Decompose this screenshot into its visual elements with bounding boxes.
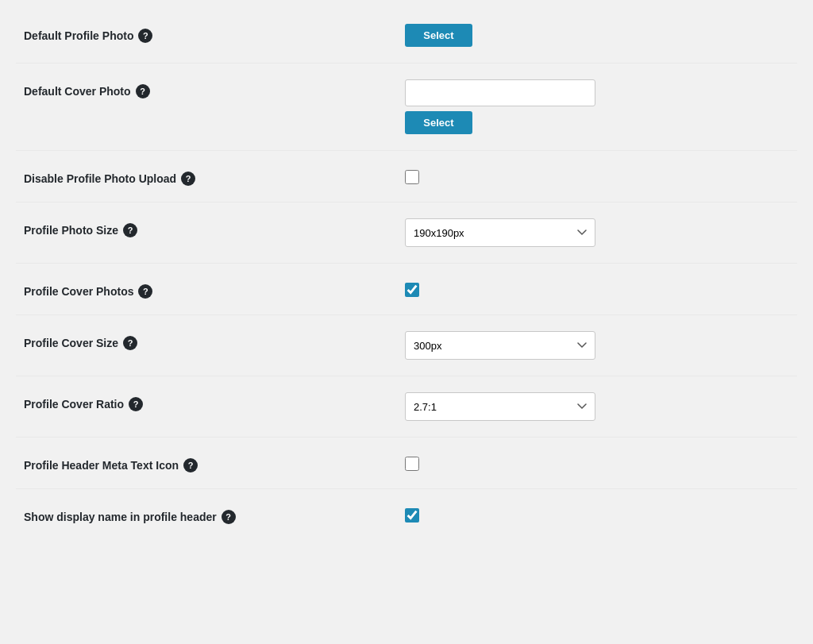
setting-control-profile-photo-size: 190x190px100x100px150x150px200x200px [405,218,789,247]
help-icon-show-display-name[interactable]: ? [222,510,236,524]
setting-label-disable-profile-photo-upload: Disable Profile Photo Upload? [24,167,405,186]
text-input-default-cover-photo[interactable] [405,79,595,106]
setting-label-default-profile-photo: Default Profile Photo? [24,24,405,43]
checkbox-disable-profile-photo-upload[interactable] [405,170,419,184]
checkbox-show-display-name[interactable] [405,508,419,523]
select-button-default-profile-photo[interactable]: Select [405,24,472,47]
settings-container: Default Profile Photo?SelectDefault Cove… [0,0,813,548]
setting-label-profile-header-meta-text-icon: Profile Header Meta Text Icon? [24,453,405,472]
setting-row-profile-photo-size: Profile Photo Size?190x190px100x100px150… [16,202,797,264]
select-profile-photo-size[interactable]: 190x190px100x100px150x150px200x200px [405,218,595,247]
setting-control-profile-header-meta-text-icon [405,453,789,471]
help-icon-default-cover-photo[interactable]: ? [136,84,150,98]
select-button-default-cover-photo[interactable]: Select [405,111,472,134]
label-text-default-profile-photo: Default Profile Photo [24,29,133,42]
setting-row-profile-cover-ratio: Profile Cover Ratio?2.7:11:116:94:33:2 [16,376,797,438]
setting-label-profile-photo-size: Profile Photo Size? [24,218,405,237]
help-icon-profile-photo-size[interactable]: ? [123,223,137,237]
setting-row-default-cover-photo: Default Cover Photo?Select [16,64,797,151]
setting-row-default-profile-photo: Default Profile Photo?Select [16,8,797,64]
help-icon-default-profile-photo[interactable]: ? [138,29,152,43]
setting-row-profile-header-meta-text-icon: Profile Header Meta Text Icon? [16,438,797,489]
help-icon-profile-header-meta-text-icon[interactable]: ? [183,458,198,472]
label-text-show-display-name: Show display name in profile header [24,511,217,523]
setting-row-profile-cover-size: Profile Cover Size?300px200px250px350px4… [16,315,797,376]
setting-row-disable-profile-photo-upload: Disable Profile Photo Upload? [16,151,797,202]
select-profile-cover-ratio[interactable]: 2.7:11:116:94:33:2 [405,392,595,421]
setting-control-disable-profile-photo-upload [405,167,789,184]
label-text-profile-cover-ratio: Profile Cover Ratio [24,398,124,411]
setting-control-profile-cover-ratio: 2.7:11:116:94:33:2 [405,392,789,421]
label-text-profile-cover-size: Profile Cover Size [24,337,118,349]
help-icon-disable-profile-photo-upload[interactable]: ? [181,172,195,186]
setting-label-profile-cover-ratio: Profile Cover Ratio? [24,392,405,411]
setting-label-profile-cover-size: Profile Cover Size? [24,331,405,350]
setting-row-show-display-name: Show display name in profile header? [16,489,797,540]
setting-control-default-profile-photo: Select [405,24,789,47]
label-text-default-cover-photo: Default Cover Photo [24,85,131,98]
label-text-disable-profile-photo-upload: Disable Profile Photo Upload [24,172,176,185]
setting-control-show-display-name [405,505,789,523]
setting-control-profile-cover-size: 300px200px250px350px400px [405,331,789,360]
help-icon-profile-cover-size[interactable]: ? [123,336,137,350]
checkbox-profile-cover-photos[interactable] [405,283,419,297]
help-icon-profile-cover-ratio[interactable]: ? [129,397,143,411]
help-icon-profile-cover-photos[interactable]: ? [138,284,152,299]
label-text-profile-photo-size: Profile Photo Size [24,224,118,237]
checkbox-profile-header-meta-text-icon[interactable] [405,457,419,471]
setting-label-default-cover-photo: Default Cover Photo? [24,79,405,98]
label-text-profile-cover-photos: Profile Cover Photos [24,285,133,298]
setting-control-default-cover-photo: Select [405,79,789,134]
setting-row-profile-cover-photos: Profile Cover Photos? [16,264,797,315]
select-profile-cover-size[interactable]: 300px200px250px350px400px [405,331,595,360]
setting-control-profile-cover-photos [405,280,789,297]
setting-label-show-display-name: Show display name in profile header? [24,505,405,524]
label-text-profile-header-meta-text-icon: Profile Header Meta Text Icon [24,459,179,472]
setting-label-profile-cover-photos: Profile Cover Photos? [24,280,405,299]
